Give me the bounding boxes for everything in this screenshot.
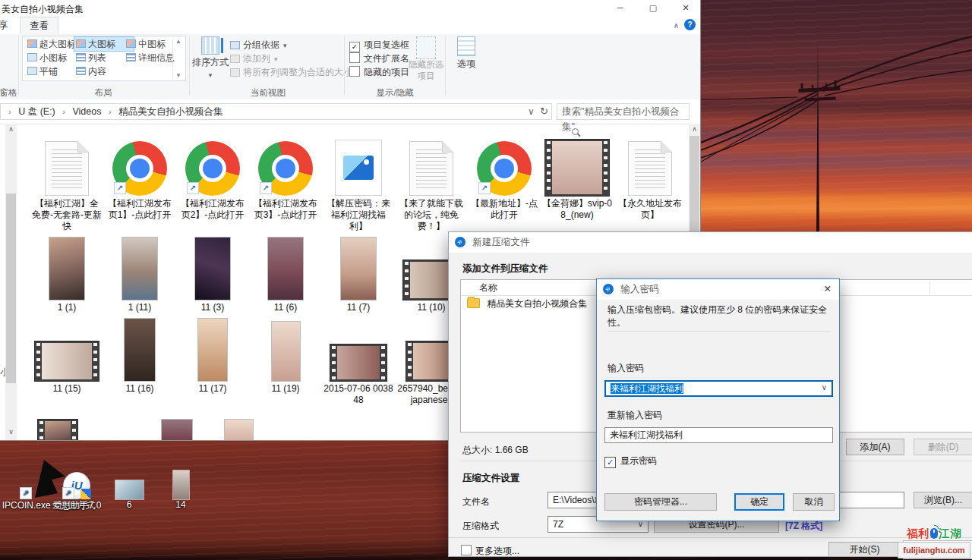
scroll-down-icon[interactable]: ▼ (175, 72, 181, 79)
checkbox-icon (349, 52, 360, 63)
fit-columns-button[interactable]: 将所有列调整为合适的大小 (230, 66, 352, 79)
ribbon-tab-row: 享 查看 ∧ ? (0, 17, 700, 35)
file-item[interactable]: ↗ 【福利江湖发布页2】-点此打开 (178, 131, 248, 221)
file-item[interactable]: 1 (11) (105, 234, 175, 313)
scroll-up-icon[interactable]: ▲ (175, 38, 181, 45)
scroll-up-icon[interactable]: ∧ (689, 124, 700, 134)
hidden-items-toggle[interactable]: 隐藏的项目 (349, 66, 409, 79)
start-button[interactable]: 开始(S) (828, 542, 901, 557)
desktop-screen: 美女自拍小视频合集 ─ ▢ ✕ 享 查看 ∧ ? 窗格 超大图标 大图标 中图标… (0, 0, 972, 560)
filename-label: 文件名 (462, 496, 490, 508)
file-item[interactable]: ↗ 【最新地址】-点此打开 (469, 131, 539, 221)
chrome-shortcut-icon: ↗ (258, 141, 313, 196)
delete-button[interactable]: 删除(D) (914, 439, 972, 455)
file-item[interactable]: ↗ 【福利江湖发布页3】-点此打开 (251, 131, 320, 221)
file-item[interactable]: ↗ 【福利江湖发布页1】-点此打开 (105, 131, 175, 221)
search-text: 搜索"精品美女自拍小视频合集" (562, 106, 679, 132)
search-box[interactable]: 搜索"精品美女自拍小视频合集" (557, 103, 690, 120)
nav-pane-fragment: 小 (0, 366, 5, 379)
file-item[interactable]: 11 (6) (251, 234, 320, 313)
cancel-button[interactable]: 取消 (793, 493, 835, 511)
small-icons-icon (27, 53, 37, 61)
checkbox-checked-icon: ✓ (349, 42, 360, 52)
options-button[interactable]: 选项 (450, 36, 483, 71)
nav-pane-scrollbar[interactable]: ∧ ∨ (5, 124, 17, 440)
close-icon[interactable]: ✕ (824, 279, 832, 300)
file-item[interactable]: 1 (1) (32, 234, 102, 313)
more-options-toggle[interactable]: 更多选项... (461, 545, 519, 558)
item-checkboxes-toggle[interactable]: ✓项目复选框 (349, 39, 409, 52)
file-item[interactable]: 【来了就能下载的论坛，纯免费！】 (396, 131, 466, 232)
bandizip-icon (455, 237, 465, 247)
file-thumbnail-partial[interactable] (38, 420, 77, 441)
tab-view[interactable]: 查看 (20, 17, 58, 35)
file-item[interactable]: 11 (7) (323, 234, 393, 313)
reenter-password-input[interactable]: 来福利江湖找福利 (604, 427, 833, 443)
dialog-title: 新建压缩文件 (472, 237, 529, 247)
browse-button[interactable]: 浏览(B)... (914, 492, 972, 508)
breadcrumb-drive[interactable]: U 盘 (E:) (18, 106, 55, 117)
text-file-icon (409, 141, 453, 196)
photo-thumbnail (173, 470, 189, 499)
file-item[interactable]: 【金荷娜】svip-08_(new) (542, 131, 612, 221)
title-bar: 美女自拍小视频合集 ─ ▢ ✕ (0, 0, 700, 17)
photo-thumbnail (49, 238, 84, 300)
add-column-button[interactable]: 添加列 ▼ (230, 52, 279, 65)
scrollbar-thumb[interactable] (6, 193, 16, 383)
settings-heading: 压缩文件设置 (462, 472, 519, 485)
breadcrumb-folder[interactable]: 精品美女自拍小视频合集 (118, 106, 223, 117)
shortcut-arrow-icon: ↗ (187, 182, 199, 194)
ok-button[interactable]: 确定 (734, 493, 784, 511)
file-item[interactable]: 【解压密码：来福利江湖找福利】 (323, 131, 393, 232)
ribbon-collapse-icon[interactable]: ∧ (674, 21, 679, 30)
file-thumbnail-partial[interactable] (162, 420, 192, 441)
content-view-icon (76, 67, 86, 75)
file-item[interactable]: 2015-07-06 003848 (323, 316, 393, 406)
file-item[interactable]: 【永久地址发布页】 (615, 131, 685, 221)
view-mode-content[interactable]: 内容 (74, 64, 134, 78)
show-password-toggle[interactable]: ✓显示密码 (604, 455, 657, 468)
shortcut-arrow-icon: ↗ (20, 487, 32, 499)
group-by-button[interactable]: 分组依据 ▼ (230, 39, 288, 52)
photo-thumbnail (272, 322, 300, 381)
file-item[interactable]: 11 (16) (105, 316, 175, 395)
minimize-button[interactable]: ─ (608, 0, 633, 15)
password-description: 输入压缩包密码。建议使用至少 8 位的密码来保证安全性。 (608, 304, 832, 329)
file-item[interactable]: 11 (19) (251, 316, 320, 395)
scroll-up-icon[interactable]: ∧ (5, 124, 17, 134)
image-file-icon (335, 140, 382, 196)
help-icon[interactable]: ? (684, 19, 696, 30)
desktop-icon-aisi[interactable]: iU ↗ 爱思助手7.0 (50, 455, 103, 512)
address-dropdown-icon[interactable]: ∨ (528, 104, 535, 119)
shortcut-arrow-icon: ↗ (114, 182, 126, 194)
chevron-down-icon[interactable]: ∨ (822, 381, 827, 395)
add-button[interactable]: 添加(A) (846, 439, 904, 455)
breadcrumb-videos[interactable]: Videos (72, 106, 101, 117)
desktop-icon-6[interactable]: 6 (111, 455, 147, 510)
password-combo[interactable]: 来福利江湖找福利 ∨ (604, 380, 833, 397)
view-mode-scroll[interactable]: ▲ ▼ (172, 38, 184, 79)
dialog-title: 输入密码 (620, 284, 658, 294)
file-item[interactable]: 11 (17) (178, 316, 248, 395)
scroll-down-icon[interactable]: ∨ (5, 426, 17, 437)
file-extensions-toggle[interactable]: 文件扩展名 (349, 52, 409, 65)
file-thumbnail-partial[interactable] (225, 420, 253, 441)
close-button[interactable]: ✕ (673, 0, 699, 15)
text-file-icon (45, 141, 89, 196)
sort-by-button[interactable]: 排序方式▼ (191, 36, 229, 80)
column-divider[interactable] (929, 282, 930, 294)
tab-share[interactable]: 享 (0, 17, 17, 34)
photo-thumbnail (195, 238, 230, 300)
medium-icons-icon (126, 39, 136, 48)
hide-selected-button[interactable]: 隐藏所选项目 (409, 36, 443, 82)
refresh-icon[interactable]: ↻ (540, 104, 548, 119)
file-item[interactable]: 11 (15) (32, 316, 102, 395)
desktop-icon-label: 14 (163, 499, 199, 510)
file-item[interactable]: 11 (3) (178, 234, 248, 313)
desktop-icon-label: 爱思助手7.0 (50, 499, 103, 512)
maximize-button[interactable]: ▢ (640, 0, 666, 15)
file-item[interactable]: 【福利江湖】全免费-无套路-更新快 (32, 131, 102, 232)
password-manager-button[interactable]: 密码管理器... (604, 493, 717, 511)
desktop-icon-14[interactable]: 14 (163, 455, 199, 510)
breadcrumb[interactable]: › U 盘 (E:) › Videos › 精品美女自拍小视频合集 ∨ ↻ (0, 103, 552, 120)
